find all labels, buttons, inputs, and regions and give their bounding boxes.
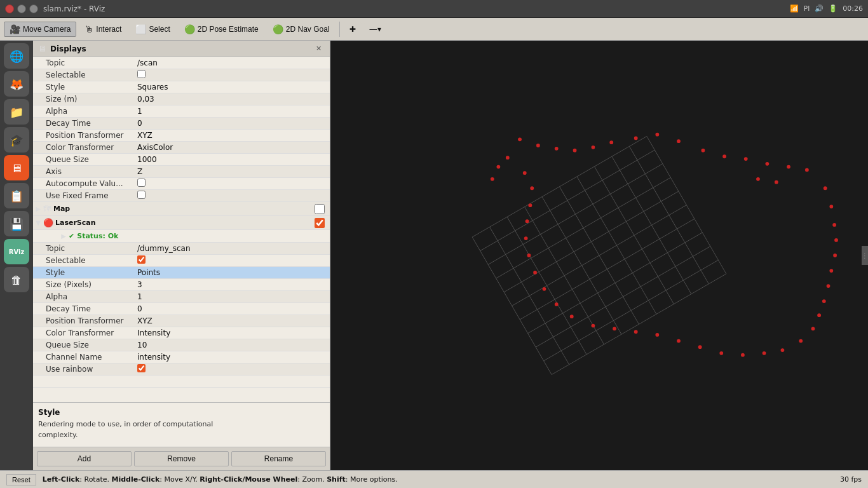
svg-point-63 [527, 254, 531, 257]
ls-decay-value[interactable]: 0 [135, 304, 330, 313]
svg-point-25 [555, 147, 559, 151]
svg-point-46 [817, 313, 821, 317]
svg-point-52 [719, 351, 723, 355]
scan-selectable-checkbox[interactable] [137, 70, 146, 78]
svg-point-44 [827, 284, 831, 288]
ls-size-value[interactable]: 3 [135, 280, 330, 289]
status-expand[interactable]: ▶ [58, 233, 69, 240]
scan-style-label: Style [33, 83, 135, 92]
launcher-archive[interactable]: 💾 [4, 211, 29, 236]
ls-alpha-row: Alpha 1 [33, 291, 330, 303]
maximize-window-button[interactable] [29, 4, 38, 13]
map-icon: 🗺 [43, 204, 51, 214]
svg-point-23 [518, 137, 522, 141]
launcher-files[interactable]: 📁 [4, 99, 29, 125]
svg-point-71 [491, 177, 494, 181]
scan-size-value[interactable]: 0,03 [135, 95, 330, 104]
nav-icon: 🟢 [273, 24, 283, 34]
interact-button[interactable]: 🖱 Interact [79, 22, 127, 37]
launcher-trash[interactable]: 🗑 [4, 267, 29, 292]
scan-topic-label: Topic [33, 58, 135, 67]
launcher-software[interactable]: 🎓 [4, 127, 29, 152]
svg-point-58 [592, 324, 595, 328]
scan-fixed-checkbox[interactable] [137, 191, 146, 199]
wifi-icon: 📶 [790, 4, 799, 13]
reset-button[interactable]: Reset [6, 474, 36, 485]
ls-color-value[interactable]: Intensity [135, 329, 330, 337]
scan-autocompute-row: Autocompute Valu... [33, 178, 330, 190]
svg-point-59 [570, 315, 574, 318]
launcher-home[interactable]: 🌐 [4, 43, 29, 69]
scan-axis-value[interactable]: Z [135, 167, 330, 176]
scan-color-value[interactable]: AxisColor [135, 143, 330, 152]
left-click-label: Left-Click [43, 475, 80, 484]
scan-pos-value[interactable]: XYZ [135, 131, 330, 140]
scan-decay-row: Decay Time 0 [33, 118, 330, 130]
3d-viewport[interactable]: ⋮ [330, 41, 868, 470]
scan-style-value[interactable]: Squares [135, 83, 330, 92]
main-area: 🌐 🦊 📁 🎓 🖥 📋 💾 RViz 🗑 🖥 Displays ✕ Topic … [0, 41, 868, 470]
laserscan-label[interactable]: LaserScan [55, 219, 315, 227]
pose-estimate-button[interactable]: 🟢 2D Pose Estimate [179, 22, 264, 37]
viewport-resize-handle[interactable]: ⋮ [862, 246, 868, 265]
fps-display: 30 fps [840, 475, 862, 484]
close-window-button[interactable] [5, 4, 14, 13]
select-icon: ⬜ [135, 24, 146, 34]
launcher-terminal[interactable]: 🖥 [4, 155, 29, 180]
rename-button[interactable]: Rename [231, 451, 326, 466]
remove-button[interactable]: Remove [134, 451, 229, 466]
scan-topic-value[interactable]: /scan [135, 58, 330, 67]
nav-goal-button[interactable]: 🟢 2D Nav Goal [267, 22, 336, 37]
svg-point-53 [698, 345, 702, 349]
toolbar-menu-button[interactable]: —▾ [364, 22, 387, 36]
ls-style-row[interactable]: Style Points [33, 267, 330, 279]
map-expand-icon[interactable]: ▶ [33, 205, 43, 212]
move-camera-label: Move Camera [23, 25, 71, 34]
move-camera-button[interactable]: 🎥 Move Camera [4, 22, 76, 37]
map-tree-row[interactable]: ▶ 🗺 Map [33, 202, 330, 216]
ls-queue-value[interactable]: 10 [135, 341, 330, 349]
add-button[interactable]: Add [37, 451, 132, 466]
grid-visualization [330, 41, 868, 470]
svg-point-49 [781, 348, 785, 352]
launcher-text[interactable]: 📋 [4, 183, 29, 208]
ls-rainbow-label: Use rainbow [33, 365, 135, 374]
ls-topic-label: Topic [33, 244, 135, 253]
ls-selectable-checkbox[interactable] [137, 255, 146, 264]
map-label[interactable]: Map [53, 205, 315, 213]
ls-pos-value[interactable]: XYZ [135, 316, 330, 325]
scan-decay-value[interactable]: 0 [135, 119, 330, 128]
ls-style-value[interactable]: Points [135, 268, 330, 277]
displays-scroll[interactable]: Topic /scan Selectable Style Squares Siz… [33, 57, 330, 402]
launcher-rviz[interactable]: RViz [4, 239, 29, 264]
status-ok-icon: ✔ [69, 232, 74, 240]
minimize-window-button[interactable] [17, 4, 26, 13]
svg-point-35 [765, 162, 769, 166]
ls-alpha-value[interactable]: 1 [135, 292, 330, 301]
laserscan-tree-row[interactable]: ▼ 🔴 LaserScan [33, 216, 330, 230]
ls-topic-row: Topic /dummy_scan [33, 243, 330, 255]
menu-icon: —▾ [370, 25, 381, 34]
svg-point-40 [832, 223, 836, 227]
scan-autocompute-checkbox[interactable] [137, 179, 146, 187]
select-button[interactable]: ⬜ Select [130, 22, 175, 37]
ls-selectable-value[interactable] [135, 255, 330, 266]
ls-rainbow-checkbox[interactable] [137, 364, 146, 372]
scan-autocompute-value[interactable] [135, 179, 330, 189]
ls-topic-value[interactable]: /dummy_scan [135, 244, 330, 253]
launcher-firefox[interactable]: 🦊 [4, 71, 29, 97]
laserscan-expand-icon[interactable]: ▼ [33, 219, 43, 226]
svg-point-64 [524, 236, 528, 240]
scan-fixed-value[interactable] [135, 191, 330, 201]
scan-queue-value[interactable]: 1000 [135, 155, 330, 164]
map-enabled-checkbox[interactable] [315, 204, 325, 214]
ls-channel-value[interactable]: intensity [135, 353, 330, 362]
scan-selectable-value[interactable] [135, 70, 330, 80]
svg-point-30 [655, 133, 659, 137]
ls-rainbow-value[interactable] [135, 364, 330, 374]
laserscan-enabled-checkbox[interactable] [315, 218, 325, 228]
scan-alpha-value[interactable]: 1 [135, 107, 330, 116]
close-displays-button[interactable]: ✕ [316, 44, 325, 53]
add-point-button[interactable]: ✚ [344, 22, 362, 36]
scan-size-label: Size (m) [33, 95, 135, 104]
